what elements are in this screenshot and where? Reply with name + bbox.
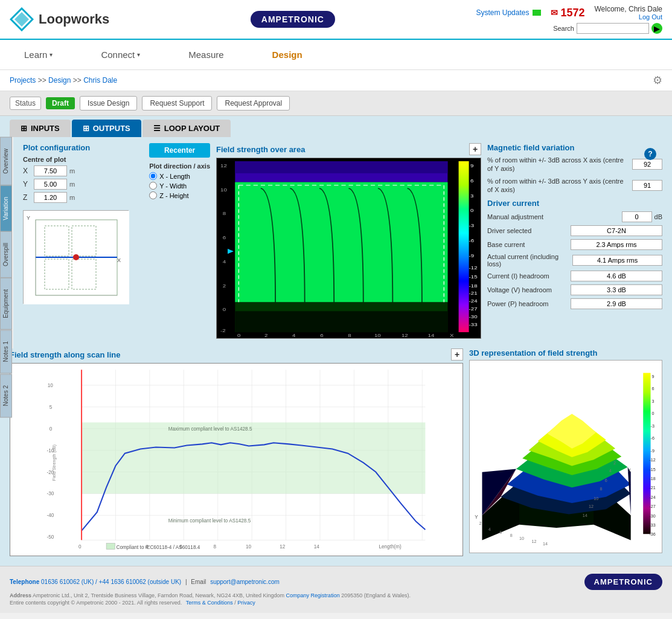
issue-design-button[interactable]: Issue Design	[80, 96, 137, 111]
manual-adj-unit: dB	[654, 213, 662, 220]
right-panel: ? Magnetic field variation % of room wit…	[487, 143, 662, 339]
y-unit: m	[69, 181, 75, 188]
svg-text:10: 10	[519, 536, 524, 541]
expand-chart-button[interactable]: +	[469, 143, 481, 155]
x-variation-input[interactable]	[632, 159, 662, 170]
loop-layout-icon: ☰	[153, 124, 161, 133]
svg-text:6: 6	[652, 386, 654, 391]
logo-area: Loopworks	[10, 7, 109, 31]
side-tab-notes2[interactable]: Notes 2	[0, 374, 12, 417]
breadcrumb-design[interactable]: Design	[48, 76, 71, 85]
svg-text:6: 6	[605, 478, 607, 483]
svg-text:3: 3	[470, 193, 473, 198]
driver-sel-input[interactable]	[571, 225, 662, 236]
heatmap-container: 9 6 3 0 -3 -6 -9 -12 -15 -18 -21 -24 -27…	[216, 158, 481, 339]
side-tab-overview[interactable]: Overview	[0, 137, 12, 185]
status-flag-icon	[533, 10, 541, 16]
svg-text:8: 8	[510, 533, 513, 538]
svg-text:X: X	[450, 333, 454, 338]
search-input[interactable]	[577, 23, 649, 34]
expand-scan-button[interactable]: +	[451, 348, 463, 361]
driver-current-title: Driver current	[487, 199, 662, 208]
help-icon[interactable]: ?	[644, 148, 656, 160]
svg-text:-6: -6	[469, 238, 475, 243]
radio-x-input[interactable]	[149, 172, 157, 180]
tab-loop-layout[interactable]: ☰ LOOP LAYOUT	[142, 120, 231, 137]
center-chart: Field strength over area +	[216, 143, 481, 339]
svg-text:-27: -27	[469, 306, 478, 312]
svg-text:12: 12	[280, 544, 286, 550]
manual-adjustment-row: Manual adjustment dB	[487, 211, 662, 222]
svg-text:-50: -50	[47, 534, 54, 540]
y-axis-label: Y	[23, 180, 31, 188]
voltage-headroom-input[interactable]	[571, 284, 662, 295]
z-coord-input[interactable]	[34, 192, 67, 203]
svg-rect-76	[82, 422, 425, 493]
radio-z-label: Z - Height	[159, 192, 188, 199]
svg-text:-18: -18	[469, 283, 478, 288]
breadcrumb-projects[interactable]: Projects	[10, 76, 36, 85]
svg-text:12: 12	[589, 504, 594, 509]
3d-chart-container: 9 6 3 0 -3 -6 -9 -12 -15 -18 -21 -24 -27…	[469, 360, 662, 553]
nav-item-design[interactable]: Design	[248, 40, 327, 69]
svg-text:Y: Y	[27, 215, 30, 221]
side-tab-overspill[interactable]: Overspill	[0, 231, 12, 278]
nav-item-connect[interactable]: Connect ▾	[77, 40, 164, 69]
search-button[interactable]: ▶	[651, 23, 662, 34]
svg-text:8: 8	[600, 487, 602, 492]
radio-z-input[interactable]	[149, 191, 157, 199]
svg-text:12: 12	[220, 163, 227, 168]
logout-link[interactable]: Log Out	[639, 13, 662, 21]
y-coord-input[interactable]	[34, 179, 67, 190]
manual-adj-label: Manual adjustment	[487, 213, 543, 220]
actual-current-input[interactable]	[572, 255, 662, 266]
tab-outputs[interactable]: ⊞ OUTPUTS	[72, 120, 141, 137]
system-updates[interactable]: System Updates	[476, 8, 541, 17]
voltage-headroom-row: Voltage (V) headroom	[487, 284, 662, 295]
svg-text:14: 14	[543, 542, 548, 547]
3d-chart-header: 3D representation of field strength	[469, 348, 662, 358]
footer-email-link[interactable]: support@ampetronic.com	[210, 579, 280, 585]
footer-company-reg-link[interactable]: Company Registration	[286, 592, 342, 598]
side-tab-variation[interactable]: Variation	[0, 185, 12, 232]
svg-text:▶: ▶	[228, 247, 234, 255]
mail-count[interactable]: ✉ 1572	[551, 7, 584, 19]
request-support-button[interactable]: Request Support	[142, 96, 212, 111]
connect-caret-icon: ▾	[137, 51, 140, 58]
svg-text:-9: -9	[469, 253, 475, 258]
x-coord-input[interactable]	[34, 165, 67, 176]
recenter-button[interactable]: Recenter	[149, 143, 210, 158]
svg-text:-30: -30	[649, 514, 655, 519]
svg-rect-22	[459, 161, 469, 332]
y-variation-input[interactable]	[632, 180, 662, 191]
svg-text:12: 12	[532, 539, 537, 544]
direction-label: Plot direction / axis	[149, 162, 210, 170]
footer-privacy-link[interactable]: Privacy	[237, 600, 255, 606]
svg-text:Y: Y	[475, 515, 478, 520]
x-coord-row: X m	[23, 165, 90, 176]
svg-text:2: 2	[479, 521, 481, 526]
footer-terms-link[interactable]: Terms & Conditions	[186, 600, 233, 606]
outputs-icon: ⊞	[83, 124, 89, 133]
nav-item-learn[interactable]: Learn ▾	[0, 40, 77, 69]
breadcrumb-user[interactable]: Chris Dale	[83, 76, 117, 85]
radio-y-input[interactable]	[149, 182, 157, 190]
draft-button[interactable]: Draft	[46, 97, 75, 109]
svg-text:Maximum compliant level to AS1: Maximum compliant level to AS1428.5	[168, 426, 252, 432]
power-headroom-input[interactable]	[571, 298, 662, 309]
side-tab-equipment[interactable]: Equipment	[0, 278, 12, 330]
base-current-input[interactable]	[571, 239, 662, 250]
nav-item-measure[interactable]: Measure	[164, 40, 248, 69]
bottom-area: Field strength along scan line +	[0, 348, 672, 566]
manual-adj-input[interactable]	[622, 211, 652, 222]
svg-text:10: 10	[594, 496, 598, 501]
svg-text:9: 9	[652, 374, 654, 379]
svg-rect-97	[106, 543, 115, 549]
request-approval-button[interactable]: Request Approval	[217, 96, 290, 111]
tab-inputs[interactable]: ⊞ INPUTS	[10, 120, 71, 137]
settings-icon[interactable]: ⚙	[653, 74, 662, 87]
current-headroom-input[interactable]	[571, 271, 662, 281]
side-tab-notes1[interactable]: Notes 1	[0, 330, 12, 373]
svg-text:-24: -24	[469, 298, 478, 304]
driver-sel-label: Driver selected	[487, 227, 531, 234]
